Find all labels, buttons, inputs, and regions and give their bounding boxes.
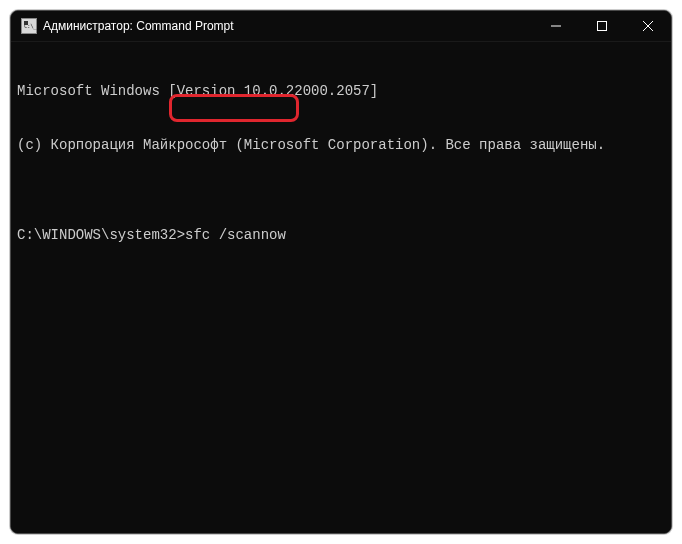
maximize-icon	[597, 21, 607, 31]
maximize-button[interactable]	[579, 11, 625, 41]
window-controls	[533, 11, 671, 41]
minimize-button[interactable]	[533, 11, 579, 41]
prompt-line: C:\WINDOWS\system32>sfc /scannow	[17, 226, 665, 244]
version-line: Microsoft Windows [Version 10.0.22000.20…	[17, 82, 665, 100]
close-button[interactable]	[625, 11, 671, 41]
app-icon	[21, 18, 37, 34]
close-icon	[643, 21, 653, 31]
window-title: Администратор: Command Prompt	[43, 19, 533, 33]
command-prompt-window: Администратор: Command Prompt Microsoft	[10, 10, 672, 534]
command-text: sfc /scannow	[185, 227, 286, 243]
titlebar[interactable]: Администратор: Command Prompt	[11, 11, 671, 42]
minimize-icon	[551, 21, 561, 31]
copyright-line: (c) Корпорация Майкрософт (Microsoft Cor…	[17, 136, 665, 154]
terminal-area[interactable]: Microsoft Windows [Version 10.0.22000.20…	[11, 42, 671, 533]
svg-rect-1	[598, 22, 607, 31]
prompt-text: C:\WINDOWS\system32>	[17, 227, 185, 243]
